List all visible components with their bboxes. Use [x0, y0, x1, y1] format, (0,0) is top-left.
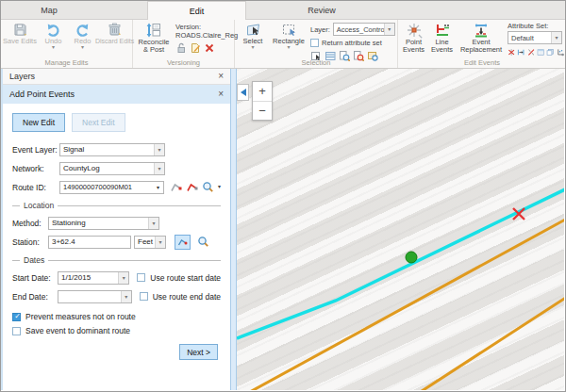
point-event-marker[interactable]: [406, 252, 417, 263]
rectangle-select-button[interactable]: Rectangle ▾: [270, 22, 308, 50]
line-events-button[interactable]: Line Events: [429, 22, 455, 54]
version-label: Version:: [175, 23, 238, 31]
copy-events-icon[interactable]: [546, 47, 554, 57]
pick-location-on-map-button[interactable]: [175, 235, 191, 250]
zoom-to-route-icon[interactable]: [202, 181, 214, 193]
layer-combobox[interactable]: Access_Control ▾: [333, 23, 395, 36]
start-date-combobox[interactable]: 1/1/2015 ▾: [58, 271, 129, 285]
ribbon-group-versioning: Reconcile & Post Version: ROADS.Claire_R…: [133, 20, 235, 68]
station-units-combobox[interactable]: Feet ▾: [134, 236, 166, 249]
new-edit-button[interactable]: New Edit: [12, 113, 65, 132]
use-route-end-date-label: Use route end date: [153, 292, 221, 302]
discard-trash-icon: [107, 22, 123, 38]
collapse-panel-button[interactable]: [237, 84, 249, 101]
split-event-icon[interactable]: [508, 47, 515, 57]
save-edits-button[interactable]: Save Edits: [3, 22, 37, 45]
zoom-in-button[interactable]: +: [253, 82, 272, 101]
network-combobox[interactable]: CountyLog ▾: [59, 162, 165, 175]
selection-options: Layer: Access_Control ▾ ✓ Return attribu…: [310, 23, 395, 61]
offset-event-icon[interactable]: [517, 47, 524, 57]
station-input[interactable]: 3+62.4: [48, 236, 131, 249]
layer-combo-arrow[interactable]: ▾: [384, 24, 394, 35]
zoom-to-route-caret[interactable]: ▾: [218, 185, 221, 189]
realign-event-icon[interactable]: [527, 47, 535, 57]
attribute-set-combo-arrow[interactable]: ▾: [551, 32, 561, 43]
group-label-edit-events: Edit Events: [398, 58, 566, 67]
next-edit-button[interactable]: Next Edit: [72, 113, 125, 132]
panel-splitter[interactable]: [230, 69, 237, 390]
tab-edit[interactable]: Edit: [147, 1, 246, 20]
group-label-versioning: Versioning: [133, 58, 234, 67]
network-combo-arrow[interactable]: ▾: [154, 163, 164, 174]
map-canvas[interactable]: [237, 69, 564, 390]
tab-review[interactable]: Review: [275, 1, 369, 20]
start-date-label: Start Date:: [12, 273, 58, 283]
end-date-combo-arrow[interactable]: ▾: [121, 291, 131, 302]
end-date-label: End Date:: [12, 292, 58, 302]
use-route-start-date-label: Use route start date: [150, 273, 221, 283]
route-orange-upper[interactable]: [248, 219, 564, 390]
route-id-combo-arrow[interactable]: ▾: [153, 182, 163, 193]
route-orange-lower[interactable]: [419, 297, 564, 390]
use-route-start-date-checkbox[interactable]: ✓: [137, 273, 145, 282]
next-button[interactable]: Next >: [179, 344, 218, 360]
version-value: ROADS.Claire_Reg: [175, 31, 238, 40]
zoom-to-location-button[interactable]: [197, 236, 209, 248]
route-id-combobox[interactable]: 14900000700090M01 ▾: [59, 181, 164, 194]
save-icon: [12, 22, 28, 38]
app-window: Map Edit Review Save Edits Undo ▾ Redo ▾: [0, 0, 566, 392]
network-label: Network:: [12, 164, 59, 173]
redo-button[interactable]: Redo ▾: [69, 22, 96, 50]
redo-dropdown-caret[interactable]: ▾: [81, 45, 84, 50]
event-layer-combo-arrow[interactable]: ▾: [154, 144, 164, 155]
save-dominant-route-checkbox[interactable]: ✓: [12, 327, 21, 335]
station-label: Station:: [12, 237, 48, 247]
event-replacement-button[interactable]: Event Replacement: [457, 22, 506, 54]
method-combobox[interactable]: Stationing ▾: [48, 217, 159, 230]
layers-pane-header: Layers ×: [3, 69, 230, 85]
select-route-on-map-icon[interactable]: [170, 181, 182, 193]
rectangle-dropdown-caret[interactable]: ▾: [287, 45, 290, 50]
delete-version-icon[interactable]: [204, 42, 215, 54]
event-replacement-icon: [473, 22, 490, 39]
dates-section-divider: Dates: [12, 255, 221, 265]
reconcile-post-button[interactable]: Reconcile & Post: [136, 22, 172, 54]
start-date-combo-arrow[interactable]: ▾: [118, 272, 128, 284]
line-events-icon: [434, 22, 451, 39]
add-point-events-title: Add Point Events: [9, 90, 75, 99]
attribute-set-combobox[interactable]: Default ▾: [508, 31, 562, 44]
rectangle-select-icon: [281, 22, 297, 38]
tab-map[interactable]: Map: [10, 1, 88, 20]
map-zoom-control: + −: [252, 81, 273, 121]
ribbon-tabbar: Map Edit Review: [1, 1, 565, 20]
layers-pane-title: Layers: [9, 72, 35, 81]
prevent-measures-checkbox[interactable]: ✓: [12, 313, 21, 321]
prevent-measures-label: Prevent measures not on route: [25, 312, 136, 321]
undo-dropdown-caret[interactable]: ▾: [52, 45, 55, 50]
post-version-icon[interactable]: [190, 42, 201, 54]
collapse-arrow-icon: [241, 89, 246, 96]
event-layer-combobox[interactable]: Signal ▾: [59, 143, 165, 156]
ribbon: Save Edits Undo ▾ Redo ▾ Discard Edits M…: [1, 20, 565, 69]
layers-pane-close-icon[interactable]: ×: [218, 72, 224, 81]
point-events-icon: [406, 22, 423, 39]
event-xy-tools-icon[interactable]: [557, 47, 564, 57]
add-point-events-close-icon[interactable]: ×: [218, 90, 224, 99]
use-route-end-date-checkbox[interactable]: ✓: [140, 292, 148, 301]
group-label-selection: Selection: [235, 58, 397, 67]
pick-route-from-selection-icon[interactable]: [186, 181, 198, 193]
select-button[interactable]: Select ▾: [239, 22, 267, 50]
event-table-icon[interactable]: [537, 47, 544, 57]
point-events-button[interactable]: Point Events: [401, 22, 426, 54]
return-attribute-set-checkbox[interactable]: ✓: [310, 39, 319, 47]
unlock-icon[interactable]: [175, 42, 187, 54]
method-combo-arrow[interactable]: ▾: [148, 218, 158, 229]
discard-edits-button[interactable]: Discard Edits: [97, 22, 132, 45]
select-dropdown-caret[interactable]: ▾: [251, 45, 254, 50]
undo-button[interactable]: Undo ▾: [40, 22, 67, 50]
zoom-out-button[interactable]: −: [253, 101, 272, 120]
end-date-combobox[interactable]: ▾: [58, 290, 132, 303]
layer-label: Layer:: [310, 25, 330, 34]
station-units-combo-arrow[interactable]: ▾: [155, 237, 165, 248]
map-view[interactable]: + −: [237, 69, 564, 390]
